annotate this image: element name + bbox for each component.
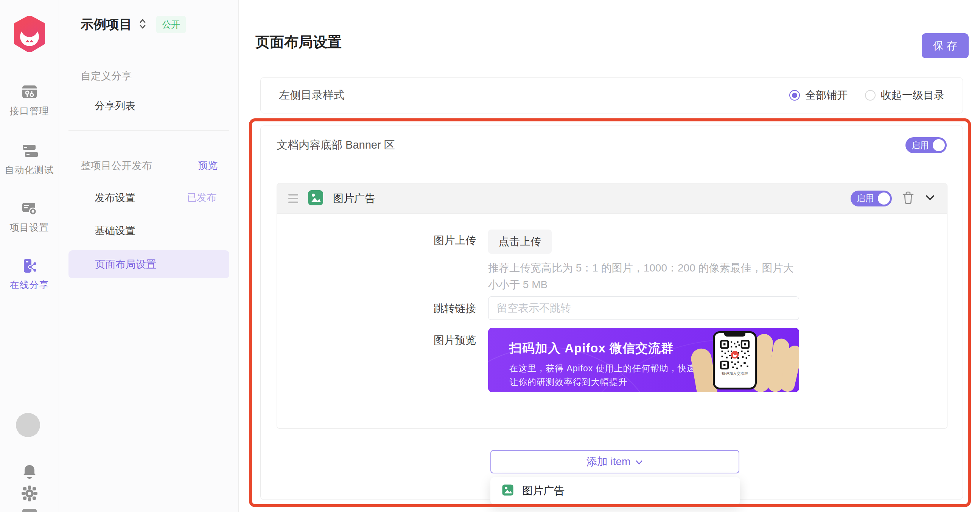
- drag-handle[interactable]: [288, 194, 298, 203]
- radio-collapse-first-level[interactable]: 收起一级目录: [865, 88, 945, 103]
- rail-label: 在线分享: [0, 279, 59, 291]
- jump-link-input[interactable]: [488, 296, 799, 320]
- icon-rail: 接口管理 自动化测试 项目设置: [0, 0, 59, 512]
- image-ad-icon: [307, 189, 324, 208]
- banner-preview-image: 扫码加入 Apifox 微信交流群 在这里，获得 Apifox 使用上的任何帮助…: [488, 328, 799, 392]
- bottom-banner-card: 文档内容底部 Banner 区 启用 图片广告: [260, 125, 963, 500]
- sidebar-item-project-settings[interactable]: 项目设置: [0, 200, 59, 234]
- qr-code: [719, 339, 750, 370]
- directory-style-card: 左侧目录样式 全部铺开 收起一级目录: [260, 77, 963, 113]
- dropdown-item-image-ad[interactable]: 图片广告: [522, 483, 565, 498]
- radio-unselected-icon: [865, 90, 875, 101]
- rail-label: 接口管理: [0, 105, 59, 117]
- item-controls: 启用: [851, 190, 936, 206]
- visibility-status-badge: 公开: [156, 16, 186, 33]
- sidebar-item-automated-testing[interactable]: 自动化测试: [0, 143, 59, 176]
- upload-field-label: 图片上传: [277, 233, 476, 248]
- upload-hint-line1: 推荐上传宽高比为 5：1 的图片，1000：200 的像素最佳，图片大: [488, 261, 829, 275]
- phone-screen: 扫码加入交流群: [715, 333, 755, 388]
- banner-enable-toggle[interactable]: 启用: [905, 137, 947, 153]
- radio-label: 全部铺开: [805, 88, 848, 103]
- toggle-knob: [933, 139, 945, 151]
- partial-bottom-icon: [22, 509, 37, 512]
- sidebar-divider: [68, 130, 229, 131]
- api-management-icon: [0, 84, 59, 101]
- directory-style-label: 左侧目录样式: [279, 88, 345, 103]
- item-panel-header: 图片广告 启用: [277, 183, 947, 214]
- automated-testing-icon: [0, 143, 59, 160]
- published-status: 已发布: [187, 191, 216, 204]
- image-ad-icon: [502, 484, 514, 498]
- phone-notch: [724, 333, 745, 336]
- project-name: 示例项目: [81, 16, 132, 33]
- toggle-label: 启用: [857, 192, 874, 204]
- radio-selected-icon: [789, 90, 800, 101]
- add-item-label: 添加 item: [587, 455, 631, 469]
- rail-label: 项目设置: [0, 221, 59, 234]
- banner-heading: 扫码加入 Apifox 微信交流群: [509, 340, 674, 357]
- collapse-chevron-down-icon[interactable]: [924, 194, 936, 203]
- sidebar-item-api-management[interactable]: 接口管理: [0, 84, 59, 117]
- sidebar-group-header: 整项目公开发布: [81, 159, 152, 173]
- phone-image: 扫码加入交流群: [713, 331, 757, 390]
- toggle-knob: [878, 192, 890, 204]
- banner-line2: 让你的研测效率得到大幅提升: [509, 376, 627, 388]
- project-switch-chevrons-icon: [138, 18, 147, 31]
- project-selector[interactable]: 示例项目 公开: [81, 16, 186, 33]
- toggle-label: 启用: [912, 139, 929, 151]
- radio-expand-all[interactable]: 全部铺开: [789, 88, 848, 103]
- sidebar-item-label: 页面布局设置: [95, 250, 156, 278]
- sidebar-item-share-list[interactable]: 分享列表: [95, 99, 135, 113]
- add-item-button[interactable]: 添加 item: [490, 450, 739, 474]
- apifox-logo-icon[interactable]: [12, 16, 47, 52]
- save-button[interactable]: 保 存: [922, 33, 969, 58]
- radio-label: 收起一级目录: [881, 88, 945, 103]
- delete-trash-icon[interactable]: [902, 191, 915, 206]
- banner-section-title: 文档内容底部 Banner 区: [277, 138, 395, 153]
- notifications-bell-icon[interactable]: [21, 463, 38, 482]
- sidebar-item-online-share[interactable]: 在线分享: [0, 258, 59, 291]
- banner-section-header: 文档内容底部 Banner 区 启用: [277, 137, 947, 153]
- sidebar-group-header: 自定义分享: [81, 69, 132, 83]
- sidebar-item-page-layout-settings[interactable]: 页面布局设置: [68, 250, 229, 278]
- upload-button[interactable]: 点击上传: [488, 230, 552, 254]
- user-avatar[interactable]: [16, 413, 40, 437]
- online-share-icon: [0, 258, 59, 275]
- project-settings-icon: [0, 200, 59, 218]
- share-sidebar: 示例项目 公开 自定义分享 分享列表 整项目公开发布 预览 发布设置 已发布 基…: [59, 0, 239, 512]
- banner-line1: 在这里，获得 Apifox 使用上的任何帮助，快速上手: [509, 363, 714, 374]
- page-title: 页面布局设置: [255, 33, 342, 52]
- main-content: 页面布局设置 保 存 左侧目录样式 全部铺开 收起一级目录 文档内容底部 Ban…: [239, 0, 980, 512]
- image-ad-item-panel: 图片广告 启用: [277, 183, 947, 429]
- link-field-label: 跳转链接: [277, 301, 476, 316]
- item-title: 图片广告: [333, 191, 375, 206]
- preview-field-label: 图片预览: [277, 333, 476, 347]
- preview-link[interactable]: 预览: [198, 159, 218, 172]
- add-item-dropdown: 图片广告: [490, 477, 740, 504]
- qr-caption: 扫码加入交流群: [717, 371, 752, 376]
- item-enable-toggle[interactable]: 启用: [851, 190, 892, 206]
- sidebar-item-publish-settings[interactable]: 发布设置: [95, 191, 135, 204]
- upload-hint-line2: 小小于 5 MB: [488, 277, 829, 292]
- chevron-down-icon: [635, 456, 643, 468]
- directory-style-radio-group: 全部铺开 收起一级目录: [789, 88, 945, 103]
- rail-label: 自动化测试: [0, 164, 59, 176]
- sidebar-item-basic-settings[interactable]: 基础设置: [95, 224, 135, 238]
- settings-gear-icon[interactable]: [21, 485, 38, 504]
